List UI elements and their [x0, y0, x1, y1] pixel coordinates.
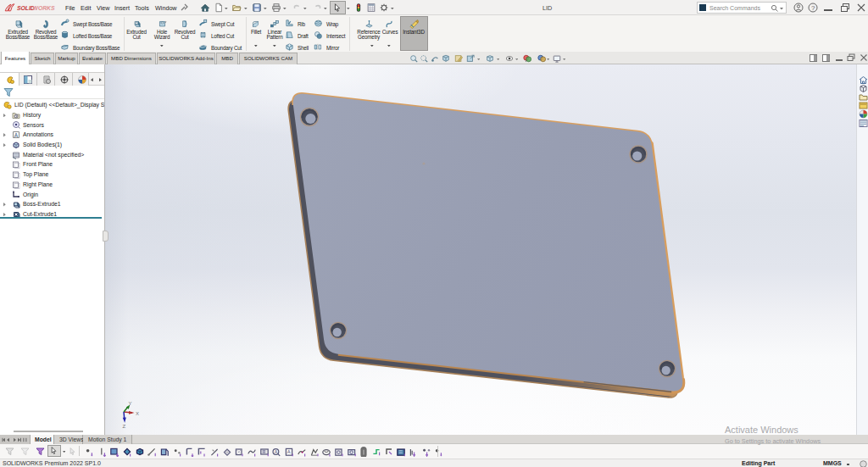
svg-text:A: A	[14, 132, 19, 138]
svg-text:Y: Y	[129, 401, 132, 406]
svg-text:?: ?	[811, 4, 815, 12]
svg-text:A: A	[275, 449, 278, 454]
svg-text:X: X	[136, 411, 139, 416]
svg-text:Z: Z	[123, 424, 126, 429]
svg-text:WORKS: WORKS	[33, 5, 56, 11]
svg-text:A: A	[287, 449, 291, 454]
